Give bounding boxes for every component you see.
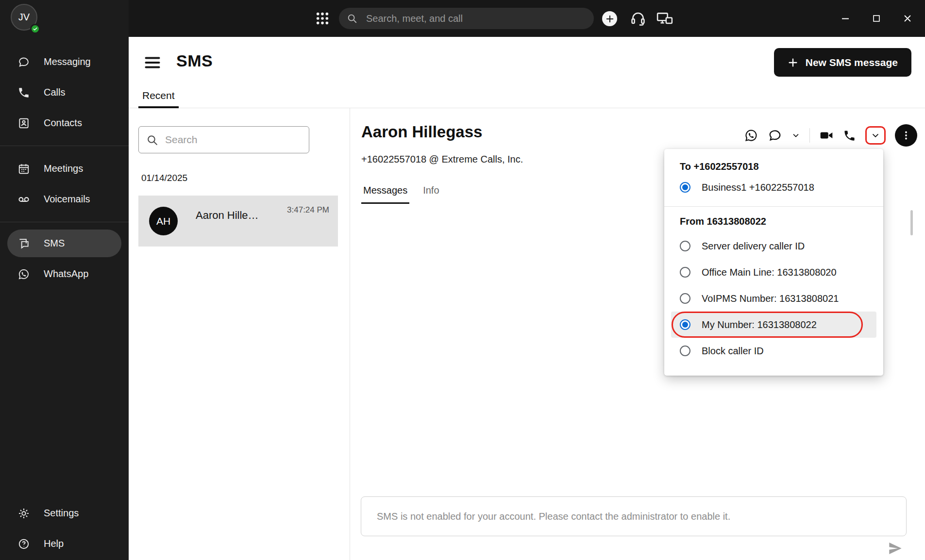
conversation-list-pane: 01/14/2025 AH Aaron Hille… 3:47:24 PM (129, 108, 350, 560)
conversation-list-item[interactable]: AH Aaron Hille… 3:47:24 PM (138, 196, 338, 247)
messaging-icon (17, 56, 30, 68)
hamburger-icon (142, 53, 163, 72)
scrollbar-thumb[interactable] (910, 210, 913, 235)
conversation-search (138, 126, 309, 153)
message-time: 3:47:24 PM (287, 205, 329, 215)
sidebar-item-settings[interactable]: Settings (0, 498, 129, 528)
minimize-button[interactable] (830, 0, 861, 37)
contacts-icon (17, 117, 30, 130)
whatsapp-icon (744, 128, 758, 143)
option-label: Block caller ID (702, 346, 764, 357)
caller-id-to-option-business1[interactable]: Business1 +16022557018 (664, 174, 883, 200)
new-sms-message-button[interactable]: New SMS message (774, 48, 911, 77)
conversation-tabs: Messages Info (361, 185, 441, 204)
actions-divider (809, 128, 810, 143)
radio-icon[interactable] (680, 346, 690, 356)
radio-selected-icon[interactable] (680, 182, 690, 193)
maximize-icon (871, 13, 882, 24)
calendar-icon (17, 163, 30, 175)
message-options-dropdown-button[interactable] (791, 131, 800, 140)
sidebar: JV Messaging Calls (0, 0, 129, 560)
vertical-dots-icon (900, 130, 912, 141)
tab-info[interactable]: Info (421, 185, 441, 204)
caller-id-option-block-caller-id[interactable]: Block caller ID (664, 338, 883, 364)
top-bar (0, 0, 925, 37)
sidebar-item-meetings[interactable]: Meetings (0, 153, 129, 184)
chat-bubble-icon (768, 128, 782, 143)
sidebar-divider (0, 146, 129, 146)
sidebar-item-voicemails[interactable]: Voicemails (0, 184, 129, 214)
sidebar-item-whatsapp[interactable]: WhatsApp (0, 259, 129, 289)
global-search-input[interactable] (339, 8, 594, 29)
sidebar-item-label: WhatsApp (44, 268, 88, 280)
caller-id-option-office-main-line[interactable]: Office Main Line: 16313808020 (664, 259, 883, 285)
maximize-button[interactable] (861, 0, 892, 37)
new-item-button[interactable] (602, 11, 617, 26)
page-header: SMS New SMS message Recent (129, 37, 925, 108)
voicemail-icon (17, 193, 30, 206)
sidebar-item-calls[interactable]: Calls (0, 77, 129, 108)
caller-id-option-voipms-number[interactable]: VoIPMS Number: 16313808021 (664, 285, 883, 312)
option-label: VoIPMS Number: 16313808021 (702, 293, 839, 304)
send-icon (888, 541, 903, 556)
sidebar-nav: Messaging Calls Contacts (0, 47, 129, 289)
conversation-search-input[interactable] (139, 127, 309, 153)
close-button[interactable] (892, 0, 923, 37)
call-button[interactable] (843, 129, 856, 142)
sidebar-item-label: SMS (44, 238, 65, 249)
app-window: JV Messaging Calls (0, 0, 925, 560)
tab-recent[interactable]: Recent (138, 85, 179, 108)
caller-id-from-header: From 16313808022 (664, 214, 883, 229)
whatsapp-action-button[interactable] (744, 128, 758, 143)
sms-compose-input[interactable]: SMS is not enabled for your account. Ple… (361, 496, 907, 536)
sidebar-item-label: Help (44, 538, 64, 549)
dialpad-button[interactable] (315, 11, 330, 26)
caller-id-to-header: To +16022557018 (664, 159, 883, 174)
radio-icon[interactable] (680, 241, 690, 251)
more-options-button[interactable] (895, 124, 917, 147)
chevron-down-icon (871, 131, 880, 140)
page-title: SMS (176, 51, 213, 70)
conversation-actions (744, 123, 917, 148)
screen-share-button[interactable] (656, 10, 674, 27)
sms-icon (17, 237, 30, 250)
tab-messages[interactable]: Messages (361, 185, 409, 204)
caller-id-option-server-delivery[interactable]: Server delivery caller ID (664, 233, 883, 259)
radio-selected-icon[interactable] (680, 319, 690, 330)
whatsapp-icon (17, 268, 30, 280)
sidebar-item-label: Calls (44, 87, 65, 98)
conversation-date: 01/14/2025 (138, 173, 338, 183)
send-button[interactable] (888, 541, 903, 556)
conversation-title: Aaron Hillegass (361, 123, 482, 141)
dialpad-icon (315, 11, 330, 26)
user-avatar[interactable]: JV (11, 4, 40, 33)
plus-icon (605, 14, 615, 24)
option-label: Office Main Line: 16313808020 (702, 267, 837, 278)
audio-devices-button[interactable] (630, 10, 646, 27)
sidebar-divider (0, 222, 129, 222)
sidebar-item-messaging[interactable]: Messaging (0, 47, 129, 77)
gear-icon (17, 507, 30, 520)
plus-icon (788, 57, 798, 68)
video-camera-icon (819, 129, 834, 142)
sidebar-item-sms[interactable]: SMS (7, 230, 121, 257)
option-label: Business1 +16022557018 (702, 182, 814, 193)
phone-icon (17, 86, 30, 99)
sidebar-item-label: Messaging (44, 56, 91, 67)
sidebar-item-help[interactable]: Help (0, 528, 129, 559)
sidebar-item-contacts[interactable]: Contacts (0, 108, 129, 138)
help-icon (17, 538, 30, 550)
presence-badge (30, 24, 40, 34)
compose-placeholder: SMS is not enabled for your account. Ple… (377, 511, 730, 522)
caller-id-dropdown-button[interactable] (871, 131, 880, 140)
video-call-button[interactable] (819, 129, 834, 142)
menu-button[interactable] (142, 53, 163, 72)
caller-id-from-options: Server delivery caller ID Office Main Li… (664, 233, 883, 364)
message-action-button[interactable] (768, 128, 782, 143)
radio-icon[interactable] (680, 267, 690, 278)
sidebar-item-label: Meetings (44, 163, 83, 174)
close-icon (902, 13, 913, 24)
new-sms-message-label: New SMS message (806, 57, 898, 68)
caller-id-option-my-number[interactable]: My Number: 16313808022 (671, 312, 876, 338)
radio-icon[interactable] (680, 293, 690, 304)
